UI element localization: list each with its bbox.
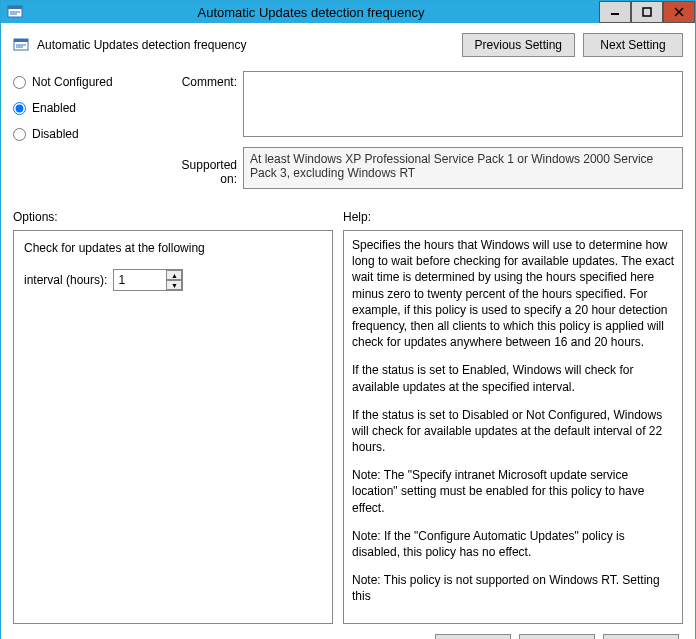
- spinner-buttons: ▲ ▼: [166, 270, 182, 290]
- state-radios: Not Configured Enabled Disabled: [13, 71, 163, 141]
- svg-rect-7: [14, 39, 28, 42]
- apply-button[interactable]: Apply: [603, 634, 679, 639]
- help-p2: If the status is set to Enabled, Windows…: [352, 362, 674, 394]
- svg-rect-3: [643, 8, 651, 16]
- comment-wrap: [243, 71, 683, 140]
- radio-not-configured[interactable]: Not Configured: [13, 75, 163, 89]
- radio-disabled[interactable]: Disabled: [13, 127, 163, 141]
- titlebar-left: [7, 4, 23, 20]
- radio-enabled-input[interactable]: [13, 102, 26, 115]
- radio-disabled-label: Disabled: [32, 127, 79, 141]
- spinner-up[interactable]: ▲: [166, 270, 182, 280]
- options-panel: Check for updates at the following inter…: [13, 230, 333, 624]
- interval-row: interval (hours): ▲ ▼: [24, 269, 322, 291]
- help-p1: Specifies the hours that Windows will us…: [352, 237, 674, 350]
- top-grid: Not Configured Enabled Disabled Comment:…: [13, 71, 683, 192]
- options-check-label: Check for updates at the following: [24, 241, 322, 255]
- supported-wrap: At least Windows XP Professional Service…: [243, 147, 683, 192]
- previous-setting-button[interactable]: Previous Setting: [462, 33, 575, 57]
- help-p4: Note: The "Specify intranet Microsoft up…: [352, 467, 674, 516]
- help-label: Help:: [343, 210, 371, 224]
- options-label: Options:: [13, 210, 343, 224]
- window-controls: [599, 1, 695, 23]
- mid-labels: Options: Help:: [13, 210, 683, 224]
- supported-textarea[interactable]: At least Windows XP Professional Service…: [243, 147, 683, 189]
- titlebar[interactable]: Automatic Updates detection frequency: [1, 1, 695, 23]
- supported-label: Supported on:: [163, 154, 243, 186]
- next-setting-button[interactable]: Next Setting: [583, 33, 683, 57]
- help-p6: Note: This policy is not supported on Wi…: [352, 572, 674, 604]
- help-p5: Note: If the "Configure Automatic Update…: [352, 528, 674, 560]
- footer-buttons: OK Cancel Apply: [13, 624, 683, 639]
- app-icon: [7, 4, 23, 20]
- close-button[interactable]: [663, 1, 695, 23]
- cancel-button[interactable]: Cancel: [519, 634, 595, 639]
- comment-textarea[interactable]: [243, 71, 683, 137]
- maximize-button[interactable]: [631, 1, 663, 23]
- radio-disabled-input[interactable]: [13, 128, 26, 141]
- radio-enabled[interactable]: Enabled: [13, 101, 163, 115]
- radio-not-configured-input[interactable]: [13, 76, 26, 89]
- help-p3: If the status is set to Disabled or Not …: [352, 407, 674, 456]
- policy-window: Automatic Updates detection frequency Au…: [0, 0, 696, 639]
- client-area: Automatic Updates detection frequency Pr…: [1, 23, 695, 639]
- nav-buttons: Previous Setting Next Setting: [462, 33, 683, 57]
- header-row: Automatic Updates detection frequency Pr…: [13, 33, 683, 57]
- panels: Check for updates at the following inter…: [13, 230, 683, 624]
- radio-not-configured-label: Not Configured: [32, 75, 113, 89]
- policy-title: Automatic Updates detection frequency: [37, 38, 246, 52]
- comment-label: Comment:: [163, 71, 243, 89]
- window-title: Automatic Updates detection frequency: [23, 5, 599, 20]
- header-left: Automatic Updates detection frequency: [13, 37, 246, 53]
- interval-label: interval (hours):: [24, 273, 107, 287]
- svg-rect-1: [8, 6, 22, 9]
- minimize-button[interactable]: [599, 1, 631, 23]
- ok-button[interactable]: OK: [435, 634, 511, 639]
- help-panel[interactable]: Specifies the hours that Windows will us…: [343, 230, 683, 624]
- policy-icon: [13, 37, 29, 53]
- spinner-down[interactable]: ▼: [166, 280, 182, 290]
- radio-enabled-label: Enabled: [32, 101, 76, 115]
- interval-spinner: ▲ ▼: [113, 269, 183, 291]
